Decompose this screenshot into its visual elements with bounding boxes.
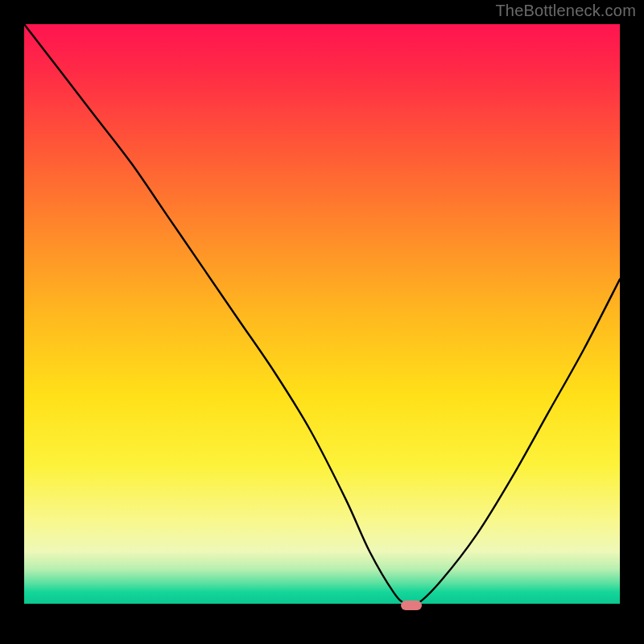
bottleneck-curve-path — [24, 24, 620, 606]
optimal-point-marker — [401, 601, 422, 610]
plot-area — [24, 24, 620, 620]
watermark-text: TheBottleneck.com — [495, 2, 636, 20]
chart-container: TheBottleneck.com — [0, 0, 644, 644]
curve-svg — [24, 24, 620, 620]
